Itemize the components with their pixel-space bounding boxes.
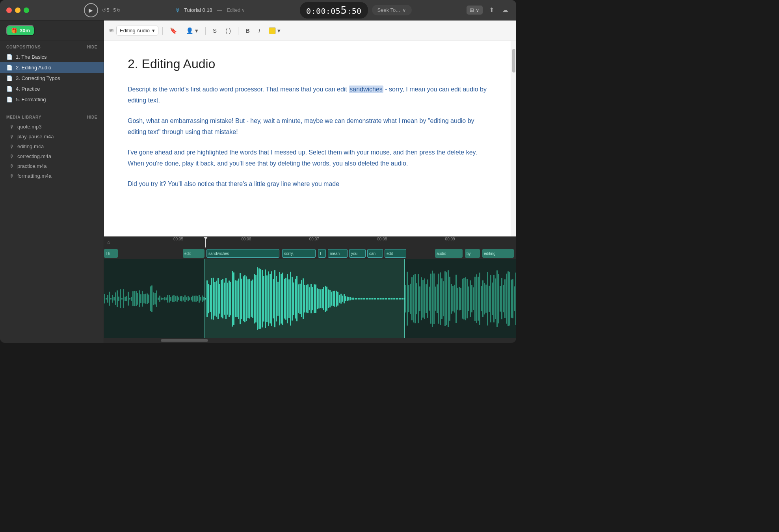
sidebar-item-the-basics[interactable]: 📄 1. The Basics: [0, 52, 104, 62]
bold-button[interactable]: B: [242, 25, 253, 36]
editor-scrollbar[interactable]: [511, 41, 516, 236]
media-filename: play-pause.m4a: [17, 134, 54, 140]
layout-button[interactable]: ⊞ ∨: [467, 6, 483, 15]
media-item-editing[interactable]: 🎙 editing.m4a: [0, 141, 104, 151]
word-chip-edit: edit: [183, 249, 205, 258]
maximize-button[interactable]: [24, 7, 29, 13]
right-panel: ≋ Editing Audio ▾ 🔖 👤 ▾: [104, 20, 516, 343]
editor-scrollbar-thumb: [512, 49, 515, 73]
media-filename: editing.m4a: [17, 143, 44, 149]
strikethrough-icon: S: [213, 27, 217, 34]
media-filename: formatting.m4a: [17, 173, 52, 179]
parens-button[interactable]: ( ): [222, 25, 234, 36]
media-filename: practice.m4a: [17, 163, 46, 169]
gift-badge-button[interactable]: 🎁 30m: [6, 25, 35, 36]
waveform-icon: ≋: [109, 27, 114, 34]
word-chip-i: I: [318, 249, 326, 258]
skip-back-icon: ↺: [102, 7, 106, 13]
editor-para-3: I've gone ahead and pre highlighted the …: [128, 147, 487, 169]
media-item-correcting[interactable]: 🎙 correcting.m4a: [0, 151, 104, 161]
mic-icon: 🎙: [9, 154, 14, 159]
app-window: ▶ ↺ 5 5 ↻ 🎙 Tutorial 0.18 — Edited ∨ 0:0…: [0, 0, 516, 343]
sidebar-item-formatting[interactable]: 📄 5. Formatting: [0, 94, 104, 105]
editor-para-4: Did you try it? You'll also notice that …: [128, 179, 487, 190]
seek-chevron-icon: ∨: [402, 7, 406, 13]
seek-button[interactable]: Seek To... ∨: [372, 5, 412, 15]
toolbar-divider-1: [162, 27, 163, 35]
sidebar-item-correcting-typos[interactable]: 📄 3. Correcting Typos: [0, 73, 104, 84]
skip-back-button[interactable]: ↺ 5: [102, 7, 110, 13]
editor-para-1: Descript is the world's first audio word…: [128, 84, 487, 106]
media-hide-button[interactable]: HIDE: [87, 115, 97, 119]
sidebar-item-label: 5. Formatting: [16, 97, 46, 102]
media-library-header: MEDIA LIBRARY HIDE: [0, 111, 104, 122]
doc-icon-1: 📄: [6, 54, 13, 60]
strikethrough-button[interactable]: S: [210, 25, 220, 36]
mic-icon: 🎙: [9, 124, 14, 130]
word-chip-th: Th: [104, 249, 118, 258]
media-item-quote[interactable]: 🎙 quote.mp3: [0, 122, 104, 132]
timecode-main: 0:00:05: [306, 6, 340, 16]
edit-status: Edited ∨: [227, 7, 245, 13]
bookmark-button[interactable]: 🔖: [167, 25, 180, 36]
sidebar-item-practice[interactable]: 📄 4. Practice: [0, 84, 104, 94]
skip-back-label: 5: [107, 7, 110, 13]
italic-label: I: [258, 27, 260, 34]
italic-button[interactable]: I: [255, 25, 263, 36]
document-icon: 🎙: [175, 7, 181, 13]
media-label: MEDIA LIBRARY: [6, 115, 41, 119]
style-dropdown-chevron-icon: ▾: [152, 28, 155, 33]
ruler-mark-1: 00:05: [173, 237, 183, 241]
titlebar: ▶ ↺ 5 5 ↻ 🎙 Tutorial 0.18 — Edited ∨ 0:0…: [0, 0, 516, 20]
home-icon[interactable]: ⌂: [107, 239, 110, 245]
compositions-hide-button[interactable]: HIDE: [87, 45, 97, 49]
bold-label: B: [245, 27, 250, 34]
media-filename: correcting.m4a: [17, 153, 51, 159]
playhead-triangle: [204, 237, 208, 240]
editor-para-2: Gosh, what an embarrassing mistake! But …: [128, 115, 487, 138]
editor-area[interactable]: 2. Editing Audio Descript is the world's…: [104, 41, 511, 236]
sidebar-item-label: 3. Correcting Typos: [16, 75, 60, 81]
word-chip-sorry: sorry,: [282, 249, 316, 258]
waveform-canvas: [104, 259, 516, 338]
timeline-scrollbar[interactable]: [104, 338, 516, 343]
media-item-formatting[interactable]: 🎙 formatting.m4a: [0, 171, 104, 181]
ruler-mark-5: 00:09: [445, 237, 455, 241]
cloud-button[interactable]: ☁: [500, 5, 510, 15]
sidebar: 🎁 30m COMPOSITIONS HIDE 📄 1. The Basics …: [0, 20, 104, 343]
timeline-scrollbar-thumb: [161, 339, 208, 342]
mic-icon: 🎙: [9, 164, 14, 169]
para1-highlight: sandwiches: [349, 86, 383, 93]
style-dropdown[interactable]: Editing Audio ▾: [116, 26, 158, 35]
gift-label: 30m: [20, 28, 30, 33]
titlebar-center: 🎙 Tutorial 0.18 — Edited ∨: [175, 7, 245, 13]
mic-icon: 🎙: [9, 144, 14, 149]
speaker-button[interactable]: 👤 ▾: [183, 25, 201, 36]
color-button[interactable]: ▾: [266, 25, 284, 36]
timeline-ruler: ⌂ 00:05 00:06 00:07 00:08 00:09: [104, 236, 516, 247]
media-item-play-pause[interactable]: 🎙 play-pause.m4a: [0, 132, 104, 141]
skip-fwd-icon: ↻: [117, 7, 121, 13]
parens-icon: ( ): [225, 27, 231, 34]
titlebar-right: ⊞ ∨ ⬆ ☁: [467, 5, 510, 15]
word-chip-editing: editing: [482, 249, 514, 258]
editor-title: 2. Editing Audio: [128, 57, 487, 71]
media-item-practice[interactable]: 🎙 practice.m4a: [0, 161, 104, 171]
word-chip-sandwiches: sandwiches: [206, 249, 279, 258]
sidebar-item-label: 2. Editing Audio: [16, 65, 51, 71]
compositions-list: 📄 1. The Basics 📄 2. Editing Audio 📄 3. …: [0, 52, 104, 105]
para1-before: Descript is the world's first audio word…: [128, 86, 349, 93]
sidebar-item-label: 4. Practice: [16, 86, 40, 92]
color-chevron-icon: ▾: [277, 27, 281, 34]
play-button[interactable]: ▶: [84, 3, 98, 17]
close-button[interactable]: [6, 7, 12, 13]
minimize-button[interactable]: [15, 7, 20, 13]
formatting-toolbar: ≋ Editing Audio ▾ 🔖 👤 ▾: [104, 20, 516, 41]
bookmark-icon: 🔖: [170, 27, 177, 34]
word-track: Th edit sandwiches sorry, I mean you can…: [104, 247, 516, 259]
sidebar-item-editing-audio[interactable]: 📄 2. Editing Audio: [0, 62, 104, 73]
word-chip-can: can: [367, 249, 383, 258]
media-filename: quote.mp3: [17, 124, 41, 130]
skip-fwd-button[interactable]: 5 ↻: [113, 7, 121, 13]
share-button[interactable]: ⬆: [487, 5, 496, 15]
